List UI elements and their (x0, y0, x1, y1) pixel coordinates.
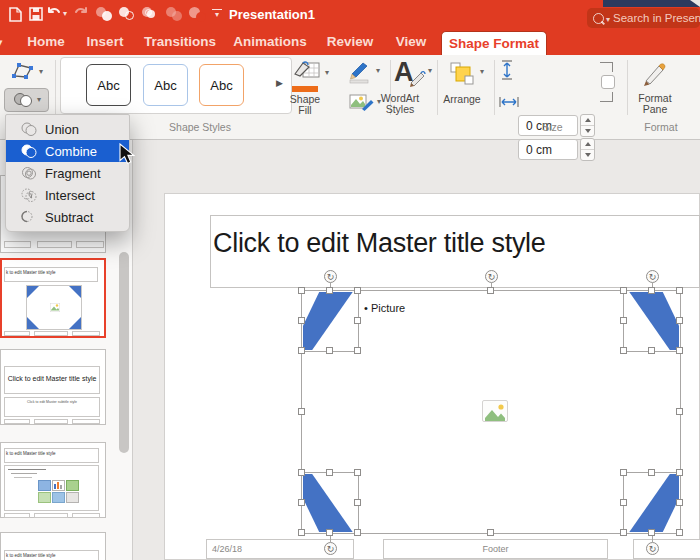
selection-handle[interactable] (354, 469, 361, 476)
selection-handle[interactable] (354, 317, 361, 324)
selection-handle[interactable] (620, 499, 627, 506)
selection-handle[interactable] (620, 347, 627, 354)
shape-fill-caret[interactable]: ▾ (325, 69, 329, 77)
shape-effects-icon[interactable] (348, 91, 374, 117)
selection-handle[interactable] (676, 529, 683, 536)
selection-handle[interactable] (326, 287, 333, 294)
merge-shapes-button[interactable]: ▾ (4, 88, 49, 112)
corner-br-rotate-handle[interactable]: ↻ (646, 542, 659, 555)
customize-toolbar-icon[interactable]: ▾ (212, 9, 222, 19)
selection-handle[interactable] (298, 287, 305, 294)
arrange-caret[interactable]: ▾ (480, 68, 484, 76)
selection-handle[interactable] (676, 408, 683, 415)
selection-handle[interactable] (298, 317, 305, 324)
gallery-more-arrow[interactable]: ▶ (276, 78, 283, 88)
stepper-up[interactable] (581, 139, 594, 150)
selection-handle[interactable] (676, 469, 683, 476)
selection-handle[interactable] (487, 287, 494, 294)
selection-handle[interactable] (620, 469, 627, 476)
tab-insert[interactable]: Insert (87, 34, 124, 49)
selection-handle[interactable] (298, 469, 305, 476)
undo-menu-caret[interactable]: ▾ (63, 10, 67, 18)
selection-handle[interactable] (354, 499, 361, 506)
arrange-icon[interactable] (448, 60, 476, 90)
slide-title-text[interactable]: Click to edit Master title style (213, 228, 546, 259)
selection-handle[interactable] (676, 347, 683, 354)
shape-fill-label[interactable]: Shape Fill (282, 94, 328, 116)
menu-item-combine[interactable]: Combine (6, 140, 129, 162)
new-presentation-icon[interactable] (8, 7, 23, 26)
thumbnail-scrollbar[interactable] (119, 252, 129, 453)
footer-placeholder[interactable]: Footer (383, 539, 608, 559)
selection-handle[interactable] (298, 529, 305, 536)
selection-handle[interactable] (298, 499, 305, 506)
format-pane-icon[interactable] (640, 59, 670, 91)
selection-handle[interactable] (648, 287, 655, 294)
tab-review[interactable]: Review (327, 34, 374, 49)
edit-points-icon[interactable] (9, 60, 37, 86)
selection-handle[interactable] (354, 347, 361, 354)
selection-handle[interactable] (620, 287, 627, 294)
corner-shape-top-right-frame[interactable] (623, 290, 681, 352)
save-icon[interactable] (29, 7, 43, 25)
corner-shape-bottom-left[interactable] (303, 474, 357, 532)
shape-style-blue[interactable]: Abc (143, 64, 188, 106)
selection-handle[interactable] (676, 499, 683, 506)
selection-handle[interactable] (298, 347, 305, 354)
search-scope-caret[interactable]: ▾ (606, 15, 610, 24)
corner-shape-bottom-right-frame[interactable] (623, 472, 681, 534)
menu-item-fragment[interactable]: Fragment (6, 162, 129, 184)
picture-placeholder-icon[interactable] (482, 400, 508, 422)
corner-tl-rotate-handle[interactable]: ↻ (324, 270, 337, 283)
selection-handle[interactable] (620, 317, 627, 324)
thumbnail-slide-5[interactable]: k to edit Master title style (0, 532, 106, 560)
slidenumber-placeholder[interactable] (633, 539, 700, 559)
selection-handle[interactable] (620, 529, 627, 536)
picture-rotate-handle[interactable]: ↻ (485, 270, 498, 283)
selection-handle[interactable] (326, 347, 333, 354)
lock-aspect-checkbox[interactable] (601, 75, 615, 89)
corner-shape-bottom-left-frame[interactable] (301, 472, 359, 534)
redo-icon[interactable] (74, 7, 89, 25)
shape-width-stepper[interactable] (580, 138, 595, 161)
selection-handle[interactable] (354, 287, 361, 294)
selection-handle[interactable] (326, 469, 333, 476)
selection-handle[interactable] (676, 287, 683, 294)
stepper-down[interactable] (581, 150, 594, 161)
selection-handle[interactable] (487, 529, 494, 536)
corner-tr-rotate-handle[interactable]: ↻ (646, 270, 659, 283)
thumbnail-slide-3[interactable]: Click to edit Master title style Click t… (0, 349, 106, 425)
selection-handle[interactable] (648, 469, 655, 476)
selection-handle[interactable] (676, 317, 683, 324)
thumbnail-slide-2-selected[interactable]: k to edit Master title style (0, 258, 106, 338)
corner-shape-top-left-frame[interactable] (301, 290, 359, 352)
selection-handle[interactable] (298, 408, 305, 415)
menu-item-intersect[interactable]: Intersect (6, 184, 129, 206)
wordart-caret[interactable]: ▾ (428, 67, 432, 75)
shape-style-orange[interactable]: Abc (199, 64, 244, 106)
selection-handle[interactable] (326, 529, 333, 536)
shape-style-black[interactable]: Abc (86, 64, 131, 106)
tab-transitions[interactable]: Transitions (144, 34, 216, 49)
picture-bullet-text[interactable]: • Picture (364, 302, 405, 314)
corner-shape-bottom-right[interactable] (625, 474, 679, 532)
menu-item-subtract[interactable]: Subtract (6, 206, 129, 228)
undo-icon[interactable] (46, 7, 61, 21)
tab-shape-format[interactable]: Shape Format (441, 31, 547, 55)
edit-points-caret[interactable]: ▾ (39, 68, 43, 76)
shape-outline-caret[interactable]: ▾ (376, 67, 380, 75)
selection-handle[interactable] (648, 529, 655, 536)
selection-handle[interactable] (354, 529, 361, 536)
arrange-label[interactable]: Arrange (438, 94, 486, 105)
selection-handle[interactable] (648, 347, 655, 354)
corner-shape-top-left[interactable] (303, 292, 357, 350)
tab-view[interactable]: View (396, 34, 427, 49)
shape-width-field[interactable]: 0 cm (518, 139, 578, 160)
menu-item-union[interactable]: Union (6, 118, 129, 140)
search-input[interactable]: ▾ Search in Presen (587, 8, 700, 28)
corner-bl-rotate-handle[interactable]: ↻ (324, 542, 337, 555)
thumbnail-slide-4[interactable]: k to edit Master title style (0, 442, 106, 518)
corner-shape-top-right[interactable] (625, 292, 679, 350)
format-pane-label[interactable]: Format Pane (630, 93, 680, 115)
wordart-styles-label[interactable]: WordArt Styles (375, 93, 425, 115)
